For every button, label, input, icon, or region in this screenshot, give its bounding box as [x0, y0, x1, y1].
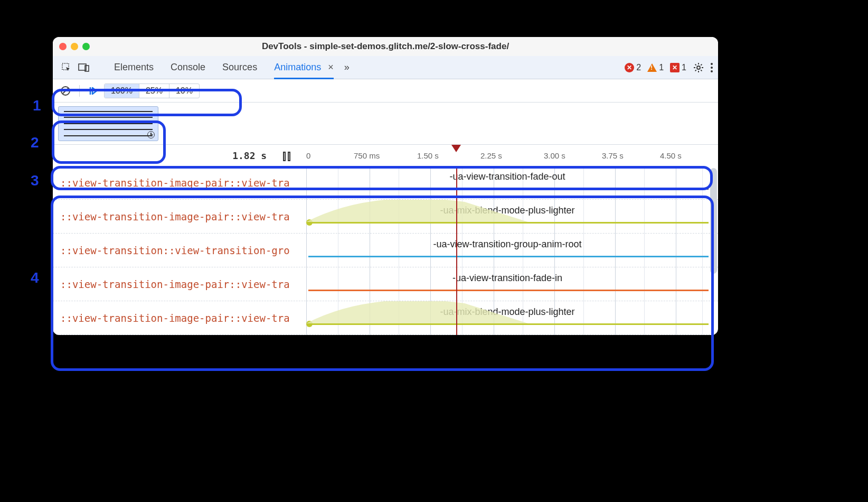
ruler-tick: 3.75 s [602, 151, 624, 160]
traffic-lights [59, 43, 90, 50]
current-time: 1.82 s [53, 150, 306, 161]
animation-filmstrip [53, 103, 718, 145]
current-time-value: 1.82 s [232, 150, 267, 161]
callout-1: 1 [33, 97, 41, 114]
callout-3: 3 [31, 172, 39, 189]
animation-selector: ::view-transition-image-pair::view-tra [53, 278, 306, 290]
timeline-ruler[interactable]: 1.82 s 0 750 ms 1.50 s 2.25 s 3.00 s 3.7… [53, 145, 718, 166]
easing-curve [306, 200, 528, 222]
svg-point-3 [697, 66, 700, 69]
animation-track[interactable]: -ua-view-transition-fade-in [306, 267, 709, 301]
divider [79, 85, 80, 97]
animation-selector: ::view-transition-image-pair::view-tra [53, 177, 306, 189]
main-tabstrip: Elements Console Sources Animations × » … [53, 56, 718, 79]
speed-25-button[interactable]: 25% [139, 84, 169, 98]
settings-icon[interactable] [693, 62, 704, 73]
errors-badge[interactable]: ✕ 2 [625, 63, 641, 72]
warning-icon [647, 63, 657, 72]
animation-row[interactable]: ::view-transition::view-transition-gro -… [53, 234, 718, 267]
callout-4: 4 [31, 269, 39, 286]
window-titlebar: DevTools - simple-set-demos.glitch.me/2-… [53, 37, 718, 56]
animation-name: -ua-view-transition-fade-in [306, 273, 709, 284]
ruler-tick: 750 ms [354, 151, 380, 160]
animation-group-thumbnail[interactable] [58, 106, 158, 141]
animation-name: -ua-view-transition-fade-out [306, 171, 709, 182]
svg-line-5 [63, 88, 68, 94]
speed-100-button[interactable]: 100% [105, 84, 139, 98]
close-window-button[interactable] [59, 43, 67, 50]
thumb-line [64, 129, 153, 130]
animation-track[interactable]: -ua-view-transition-group-anim-root [306, 234, 709, 267]
play-icon[interactable] [86, 83, 101, 98]
animation-row[interactable]: ::view-transition-image-pair::view-tra -… [53, 267, 718, 301]
more-menu-icon[interactable] [711, 63, 713, 72]
pause-icon[interactable] [283, 152, 290, 161]
warnings-count: 1 [659, 63, 664, 72]
animation-controls: 100% 25% 10% [53, 79, 718, 103]
animation-row[interactable]: ::view-transition-image-pair::view-tra -… [53, 301, 718, 335]
warnings-badge[interactable]: 1 [647, 63, 664, 72]
ruler-tick: 4.50 s [660, 151, 682, 160]
animation-row[interactable]: ::view-transition-image-pair::view-tra -… [53, 166, 718, 200]
minimize-window-button[interactable] [71, 43, 78, 50]
playhead-line [456, 166, 457, 335]
ruler-scale: 0 750 ms 1.50 s 2.25 s 3.00 s 3.75 s 4.5… [306, 145, 718, 166]
animation-bar[interactable] [308, 188, 709, 190]
animation-name: -ua-view-transition-group-anim-root [306, 239, 709, 250]
animation-track[interactable]: -ua-view-transition-fade-out [306, 166, 709, 200]
animation-track[interactable]: -ua-mix-blend-mode-plus-lighter [306, 301, 709, 335]
ruler-tick: 3.00 s [544, 151, 565, 160]
animation-selector: ::view-transition::view-transition-gro [53, 245, 306, 256]
animation-bar[interactable] [308, 256, 709, 257]
thumb-line [64, 135, 153, 136]
animation-bar[interactable] [308, 290, 709, 291]
callout-2: 2 [31, 134, 39, 151]
speed-10-button[interactable]: 10% [169, 84, 199, 98]
playhead-marker[interactable] [451, 145, 461, 152]
ruler-tick: 0 [306, 151, 310, 160]
tab-animations-label: Animations [274, 62, 321, 72]
window-title: DevTools - simple-set-demos.glitch.me/2-… [53, 41, 718, 52]
thumb-line [64, 117, 153, 118]
animation-selector: ::view-transition-image-pair::view-tra [53, 312, 306, 324]
easing-curve [306, 301, 528, 323]
close-tab-icon[interactable]: × [328, 62, 334, 72]
tab-elements[interactable]: Elements [114, 62, 154, 73]
inspect-icon[interactable] [61, 62, 72, 73]
animation-bar[interactable] [308, 222, 709, 224]
devtools-window: DevTools - simple-set-demos.glitch.me/2-… [53, 37, 718, 335]
animation-bar[interactable] [308, 323, 709, 325]
maximize-window-button[interactable] [82, 43, 90, 50]
issues-count: 1 [682, 63, 686, 72]
device-toolbar-icon[interactable] [78, 63, 90, 72]
animation-list: ::view-transition-image-pair::view-tra -… [53, 166, 718, 335]
thumb-line [64, 111, 153, 112]
issue-icon: ✕ [670, 63, 680, 72]
animation-track[interactable]: -ua-mix-blend-mode-plus-lighter [306, 200, 709, 234]
speed-buttons: 100% 25% 10% [104, 83, 200, 98]
ruler-tick: 2.25 s [480, 151, 502, 160]
issues-badge[interactable]: ✕ 1 [670, 63, 686, 72]
clear-icon[interactable] [58, 83, 73, 98]
animation-row[interactable]: ::view-transition-image-pair::view-tra -… [53, 200, 718, 234]
tab-sources[interactable]: Sources [222, 62, 257, 73]
tabs-overflow-button[interactable]: » [344, 62, 350, 73]
thumb-line [64, 123, 153, 124]
animation-selector: ::view-transition-image-pair::view-tra [53, 211, 306, 222]
tab-animations[interactable]: Animations × [274, 62, 334, 79]
error-icon: ✕ [625, 63, 634, 72]
clock-icon [147, 131, 155, 138]
tab-console[interactable]: Console [171, 62, 205, 73]
ruler-tick: 1.50 s [417, 151, 439, 160]
errors-count: 2 [636, 63, 641, 72]
